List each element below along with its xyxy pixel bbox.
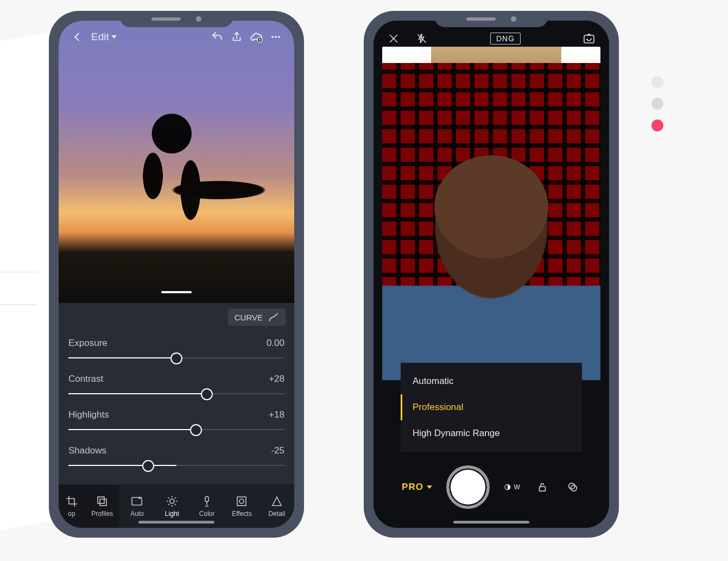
effects-icon [235, 495, 248, 508]
svg-point-7 [170, 499, 174, 503]
curve-button-label: CURVE [235, 313, 263, 322]
panel-drag-handle[interactable] [161, 291, 192, 293]
detail-icon [270, 495, 283, 508]
carousel-dot[interactable] [651, 98, 663, 110]
color-icon [200, 495, 213, 508]
tool-op[interactable]: op [59, 484, 85, 528]
camera-mode-option[interactable]: Automatic [401, 368, 582, 394]
slider-row-contrast: Contrast+28 [68, 374, 284, 402]
chevron-down-icon [427, 486, 432, 489]
camera-mode-selector[interactable]: PRO [402, 482, 432, 493]
slider-row-exposure: Exposure0.00 [68, 338, 284, 366]
auto-icon [130, 495, 143, 508]
camera-mode-short-label: PRO [402, 482, 423, 493]
tool-effects[interactable]: Effects [224, 484, 259, 528]
close-icon[interactable] [385, 30, 402, 47]
camera-mode-option[interactable]: Professional [401, 394, 582, 420]
filters-icon[interactable] [565, 479, 581, 495]
slider-label: Exposure [68, 338, 107, 349]
tool-profiles[interactable]: Profiles [85, 484, 119, 528]
slider-row-highlights: Highlights+18 [68, 409, 284, 438]
slider-contrast[interactable] [68, 386, 284, 402]
home-indicator [453, 521, 529, 524]
lock-open-icon[interactable] [534, 479, 550, 495]
back-icon[interactable] [67, 27, 87, 47]
carousel-dot[interactable] [651, 76, 663, 88]
tool-label: Auto [130, 510, 144, 518]
tool-label: Light [165, 510, 179, 518]
slider-value: 0.00 [267, 338, 284, 349]
slider-value: -25 [271, 445, 284, 456]
viewfinder-content [426, 139, 556, 335]
phone-mockup-editor: Edit [49, 11, 304, 538]
undo-icon[interactable] [207, 27, 227, 47]
chevron-down-icon [111, 35, 117, 39]
file-format-chip[interactable]: DNG [490, 33, 521, 45]
editor-mode-dropdown[interactable]: Edit [91, 31, 117, 43]
slider-exposure[interactable] [68, 350, 284, 366]
camera-mode-option[interactable]: High Dynamic Range [401, 420, 582, 446]
cloud-add-icon[interactable] [246, 27, 266, 47]
svg-rect-8 [205, 496, 208, 502]
tool-label: op [68, 510, 75, 518]
tool-detail[interactable]: Detail [259, 484, 294, 528]
slider-value: +28 [269, 374, 284, 384]
svg-rect-6 [132, 497, 142, 505]
camera-bottom-bar: PRO W [374, 463, 609, 512]
photo-silhouette [59, 21, 294, 303]
svg-rect-5 [100, 499, 106, 506]
crop-icon [65, 495, 78, 508]
tool-label: Detail [268, 510, 285, 518]
tool-label: Profiles [91, 510, 113, 518]
slider-shadows[interactable] [68, 457, 284, 474]
slider-label: Shadows [68, 445, 106, 456]
curve-icon [268, 312, 279, 323]
home-indicator [138, 521, 214, 524]
file-format-label: DNG [496, 34, 515, 43]
curve-button[interactable]: CURVE [228, 308, 286, 326]
svg-point-1 [271, 36, 274, 38]
phone-notch [119, 11, 233, 27]
share-icon[interactable] [227, 27, 246, 47]
svg-point-2 [275, 36, 277, 38]
camera-mode-menu: AutomaticProfessionalHigh Dynamic Range [401, 363, 582, 452]
svg-rect-11 [584, 35, 594, 43]
carousel-dots [651, 76, 663, 131]
slider-label: Contrast [68, 374, 103, 384]
phone-mockup-camera: DNG AutomaticProfessionalHigh Dynamic Ra… [364, 11, 619, 538]
tool-label: Color [199, 510, 215, 518]
flash-off-icon[interactable] [414, 30, 430, 47]
carousel-dot-active[interactable] [651, 119, 663, 131]
phone-notch [434, 11, 548, 27]
white-balance-label: W [514, 483, 520, 491]
slider-label: Highlights [68, 409, 109, 420]
light-icon [166, 495, 179, 508]
edited-photo-preview[interactable]: Edit [59, 21, 294, 303]
light-controls-panel: CURVE Exposure0.00Contrast+28Highlights+… [59, 303, 294, 484]
svg-point-10 [239, 499, 244, 503]
svg-rect-9 [237, 497, 246, 506]
editor-mode-label: Edit [91, 31, 109, 43]
switch-camera-icon[interactable] [581, 30, 597, 47]
svg-rect-4 [98, 497, 104, 503]
slider-value: +18 [269, 409, 284, 420]
slider-highlights[interactable] [68, 421, 284, 438]
slider-row-shadows: Shadows-25 [68, 445, 284, 474]
camera-viewfinder[interactable] [382, 47, 600, 380]
profiles-icon [96, 495, 109, 508]
svg-rect-13 [539, 487, 545, 491]
shutter-button[interactable] [446, 465, 490, 509]
white-balance-button[interactable]: W [504, 479, 520, 495]
more-icon[interactable] [266, 27, 286, 47]
tool-label: Effects [232, 510, 251, 518]
svg-point-3 [278, 36, 280, 38]
